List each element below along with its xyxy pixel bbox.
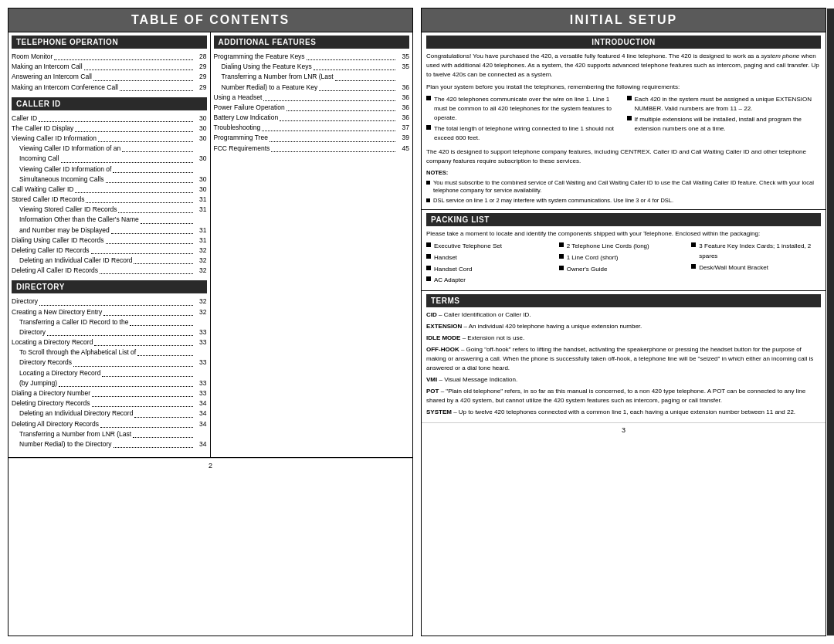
toc-entry: Deleting an Individual Directory Record …: [12, 408, 207, 419]
term-idle-mode: IDLE MODE – Extension not is use.: [426, 334, 821, 343]
packing-item: 2 Telephone Line Cords (long): [559, 242, 689, 252]
bullet-icon: [627, 96, 632, 100]
telephone-operation-section: TELEPHONE OPERATION Room Monitor 28 Maki…: [12, 36, 207, 93]
toc-entry: Deleting All Directory Records 34: [12, 419, 207, 429]
toc-entry: Incoming Call 30: [12, 154, 207, 164]
toc-entry: The Caller ID Display 30: [12, 124, 207, 134]
toc-entry: Deleting Caller ID Records 32: [12, 246, 207, 256]
term-extension: EXTENSION – An individual 420 telephone …: [426, 322, 821, 331]
right-page-number: 3: [422, 422, 826, 437]
toc-entry: Using a Headset 36: [214, 93, 410, 103]
term-off-hook: OFF-HOOK – Going "off-hook" refers to li…: [426, 345, 821, 373]
bullet-item: Each 420 in the system must be assigned …: [627, 95, 822, 114]
toc-entry: Making an Intercom Conference Call 29: [12, 83, 207, 93]
bullet-icon: [426, 254, 431, 259]
caller-id-section: CALLER ID Caller ID 30 The Caller ID Dis…: [12, 97, 207, 276]
packing-item: Handset Cord: [426, 265, 556, 275]
toc-entry: Answering an Intercom Call 29: [12, 72, 207, 82]
toc-entry: Caller ID 30: [12, 114, 207, 124]
toc-entry: Stored Caller ID Records 31: [12, 195, 207, 205]
toc-entry: Programming Tree 39: [214, 133, 410, 143]
toc-entry: Power Failure Operation 36: [214, 103, 410, 113]
toc-entry: Call Waiting Caller ID 30: [12, 185, 207, 195]
toc-entry: Locating a Directory Record 33: [12, 337, 207, 347]
toc-entry: and Number may be Displayed 31: [12, 225, 207, 236]
right-column: INITIAL SETUP INTRODUCTION Congratulatio…: [421, 8, 826, 636]
packing-col-2: 2 Telephone Line Cords (long) 1 Line Cor…: [559, 242, 689, 287]
bullet-icon: [426, 198, 430, 202]
requirements-right: Each 420 in the system must be assigned …: [627, 95, 822, 144]
packing-list-section: PACKING LIST Please take a moment to loc…: [422, 210, 826, 291]
term-vmi: VMI – Visual Message Indication.: [426, 375, 821, 385]
intro-paragraph-1: Congratulations! You have purchased the …: [426, 52, 821, 80]
toc-title: TABLE OF CONTENTS: [8, 8, 412, 32]
note-item: You must subscribe to the combined servi…: [426, 179, 821, 195]
caller-id-header: CALLER ID: [12, 97, 207, 110]
terms-header: TERMS: [426, 294, 821, 307]
initial-setup-title: INITIAL SETUP: [422, 8, 826, 32]
page-container: TABLE OF CONTENTS TELEPHONE OPERATION Ro…: [0, 0, 834, 644]
bullet-icon: [627, 116, 632, 120]
note-item: DSL service on line 1 or 2 may interfere…: [426, 197, 821, 205]
bullet-icon: [426, 266, 431, 270]
packing-item: Executive Telephone Set: [426, 242, 556, 252]
packing-item: Owner's Guide: [559, 265, 689, 275]
toc-entry: Deleting an Individual Caller ID Record …: [12, 256, 207, 266]
toc-entry: Programming the Feature Keys 35: [214, 52, 410, 62]
left-page-number: 2: [8, 458, 412, 473]
toc-entry: Locating a Directory Record: [12, 368, 207, 378]
term-system: SYSTEM – Up to twelve 420 telephones con…: [426, 408, 821, 417]
toc-entry: Dialing a Directory Number 33: [12, 388, 207, 398]
packing-item: AC Adapter: [426, 276, 556, 286]
toc-entry: Directory 33: [12, 327, 207, 337]
toc-entry: Creating a New Directory Entry 32: [12, 307, 207, 317]
toc-entry: Room Monitor 28: [12, 52, 207, 62]
bullet-item: The total length of telephone wiring con…: [426, 124, 621, 143]
toc-entry: FCC Requirements 45: [214, 144, 410, 154]
term-cid: CID – Caller Identification or Caller ID…: [426, 310, 821, 320]
packing-item: 1 Line Cord (short): [559, 253, 689, 263]
packing-item: Desk/Wall Mount Bracket: [691, 263, 821, 273]
toc-entry: Transferring a Caller ID Record to the: [12, 317, 207, 327]
vertical-tab: INITIAL SETUP: [827, 8, 834, 636]
toc-entry: Information Other than the Caller's Name: [12, 215, 207, 225]
toc-entry: Viewing Caller ID Information of an: [12, 144, 207, 154]
requirements-left: The 420 telephones communicate over the …: [426, 95, 621, 144]
toc-entry: Dialing Using Caller ID Records 31: [12, 236, 207, 246]
toc-entry: Viewing Stored Caller ID Records 31: [12, 205, 207, 215]
introduction-header: INTRODUCTION: [426, 36, 821, 49]
bullet-icon: [426, 125, 431, 130]
toc-entry: (by Jumping) 33: [12, 378, 207, 388]
toc-entry: Transferring a Number from LNR (Last: [12, 429, 207, 439]
bullet-icon: [426, 276, 431, 281]
toc-entry: Number Redial) to the Directory 34: [12, 439, 207, 449]
toc-columns: TELEPHONE OPERATION Room Monitor 28 Maki…: [8, 32, 412, 458]
toc-left-sub: TELEPHONE OPERATION Room Monitor 28 Maki…: [8, 32, 211, 457]
packing-items-list: Executive Telephone Set Handset Handset …: [426, 242, 821, 287]
intro-paragraph-3: The 420 is designed to support telephone…: [426, 147, 821, 166]
toc-entry: Troubleshooting 37: [214, 123, 410, 133]
additional-features-header: ADDITIONAL FEATURES: [214, 36, 410, 49]
bullet-icon: [691, 242, 696, 247]
bullet-icon: [559, 242, 564, 247]
left-column: TABLE OF CONTENTS TELEPHONE OPERATION Ro…: [8, 8, 413, 636]
directory-section: DIRECTORY Directory 32 Creating a New Di…: [12, 280, 207, 449]
toc-entry: Deleting Directory Records 34: [12, 398, 207, 408]
intro-paragraph-2: Plan your system before you install the …: [426, 83, 821, 92]
term-pot: POT – "Plain old telephone" refers, in s…: [426, 387, 821, 405]
toc-entry: Battery Low Indication 36: [214, 113, 410, 123]
toc-entry: Transferring a Number from LNR (Last: [214, 72, 410, 82]
toc-entry: Making an Intercom Call 29: [12, 62, 207, 72]
toc-entry: Directory 32: [12, 297, 207, 307]
toc-entry: Deleting All Caller ID Records 32: [12, 266, 207, 276]
terms-section: TERMS CID – Caller Identification or Cal…: [422, 291, 826, 422]
packing-col-3: 3 Feature Key Index Cards; 1 installed, …: [691, 242, 821, 287]
bullet-icon: [559, 266, 564, 270]
bullet-icon: [426, 242, 431, 247]
packing-col-1: Executive Telephone Set Handset Handset …: [426, 242, 556, 287]
packing-item: Handset: [426, 253, 556, 263]
requirements-list: The 420 telephones communicate over the …: [426, 95, 821, 144]
bullet-icon: [426, 96, 431, 100]
telephone-operation-header: TELEPHONE OPERATION: [12, 36, 207, 49]
toc-entry: Viewing Caller ID Information 30: [12, 134, 207, 144]
